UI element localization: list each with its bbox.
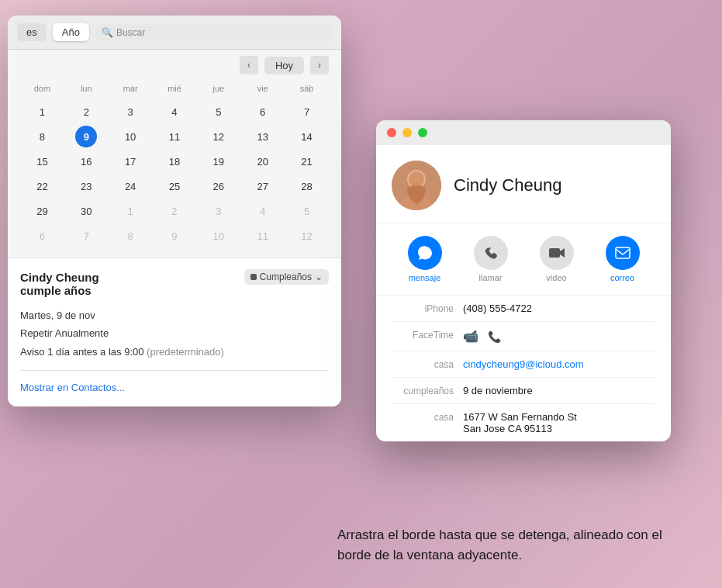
svg-rect-5 bbox=[616, 247, 630, 258]
day-20[interactable]: 20 bbox=[252, 150, 274, 172]
day-23[interactable]: 23 bbox=[75, 175, 97, 197]
day-headers: dom lun mar mié jue vie sáb bbox=[20, 81, 329, 96]
day-next-2[interactable]: 2 bbox=[164, 200, 185, 222]
address-label: casa bbox=[392, 411, 454, 423]
mail-icon bbox=[606, 236, 640, 270]
day-1[interactable]: 1 bbox=[31, 101, 53, 123]
day-8[interactable]: 8 bbox=[31, 126, 53, 147]
day-16[interactable]: 16 bbox=[75, 150, 97, 172]
calendar-titlebar: es Año 🔍 Buscar bbox=[8, 16, 341, 50]
iphone-value[interactable]: (408) 555-4722 bbox=[463, 303, 655, 314]
day-next-10[interactable]: 10 bbox=[208, 225, 230, 247]
address-row: casa 1677 W San Fernando St San Jose CA … bbox=[392, 404, 655, 441]
email-row: casa cindycheung9@icloud.com bbox=[392, 351, 655, 378]
day-3[interactable]: 3 bbox=[119, 101, 141, 123]
contact-titlebar bbox=[376, 120, 671, 145]
day-17[interactable]: 17 bbox=[119, 150, 141, 172]
iphone-label: iPhone bbox=[392, 303, 454, 314]
message-icon bbox=[408, 236, 442, 270]
day-7[interactable]: 7 bbox=[296, 101, 318, 123]
day-13[interactable]: 13 bbox=[252, 126, 274, 147]
show-contacts-link[interactable]: Mostrar en Contactos... bbox=[20, 382, 125, 393]
next-button[interactable]: › bbox=[310, 56, 329, 74]
call-button[interactable]: llamar bbox=[474, 236, 508, 282]
email-label: casa bbox=[392, 358, 454, 370]
mail-label: correo bbox=[610, 273, 634, 282]
day-21[interactable]: 21 bbox=[296, 150, 318, 172]
today-button[interactable]: Hoy bbox=[264, 57, 304, 74]
event-badge[interactable]: Cumpleaños ⌄ bbox=[244, 269, 329, 285]
video-label: video bbox=[546, 273, 566, 282]
svg-point-3 bbox=[409, 171, 424, 187]
day-next-12[interactable]: 12 bbox=[296, 225, 318, 247]
day-header-jue: jue bbox=[196, 81, 240, 96]
mail-button[interactable]: correo bbox=[606, 236, 640, 282]
event-repeat: Repetir Anualmente bbox=[20, 324, 329, 342]
search-placeholder: Buscar bbox=[116, 27, 145, 38]
day-next-8[interactable]: 8 bbox=[119, 225, 141, 247]
day-next-1[interactable]: 1 bbox=[119, 200, 141, 222]
facetime-video-icon[interactable]: 📹 bbox=[463, 330, 478, 343]
day-next-3[interactable]: 3 bbox=[208, 200, 230, 222]
day-19[interactable]: 19 bbox=[208, 150, 230, 172]
day-next-5[interactable]: 5 bbox=[296, 200, 318, 222]
day-28[interactable]: 28 bbox=[296, 175, 318, 197]
contact-header: Cindy Cheung bbox=[376, 145, 671, 223]
day-18[interactable]: 18 bbox=[164, 150, 185, 172]
calendar-tab-es[interactable]: es bbox=[17, 23, 47, 41]
message-label: mensaje bbox=[409, 273, 441, 282]
avatar bbox=[392, 161, 441, 210]
day-14[interactable]: 14 bbox=[296, 126, 318, 147]
day-10[interactable]: 10 bbox=[119, 126, 141, 147]
event-panel: Cindy Cheung cumple años Cumpleaños ⌄ Ma… bbox=[8, 258, 341, 406]
day-9-today[interactable]: 9 bbox=[75, 126, 97, 147]
day-25[interactable]: 25 bbox=[164, 175, 185, 197]
day-6[interactable]: 6 bbox=[252, 101, 274, 123]
day-header-mie: mié bbox=[153, 81, 197, 96]
birthday-label: cumpleaños bbox=[392, 385, 454, 396]
day-4[interactable]: 4 bbox=[164, 101, 185, 123]
day-29[interactable]: 29 bbox=[31, 200, 53, 222]
address-value: 1677 W San Fernando St San Jose CA 95113 bbox=[463, 411, 655, 434]
badge-dot bbox=[250, 274, 257, 280]
day-2[interactable]: 2 bbox=[75, 101, 97, 123]
day-next-6[interactable]: 6 bbox=[31, 225, 53, 247]
video-icon bbox=[540, 236, 574, 270]
day-22[interactable]: 22 bbox=[31, 175, 53, 197]
birthday-row: cumpleaños 9 de noviembre bbox=[392, 378, 655, 404]
day-12[interactable]: 12 bbox=[208, 126, 230, 147]
day-27[interactable]: 27 bbox=[252, 175, 274, 197]
day-next-11[interactable]: 11 bbox=[252, 225, 274, 247]
calendar-tab-year[interactable]: Año bbox=[53, 23, 89, 41]
calendar-window: es Año 🔍 Buscar ‹ Hoy › dom lun mar mié … bbox=[8, 16, 341, 406]
calendar-days: 1 2 3 4 5 6 7 8 9 10 11 12 13 14 15 16 1… bbox=[20, 99, 329, 248]
day-26[interactable]: 26 bbox=[208, 175, 230, 197]
day-next-7[interactable]: 7 bbox=[75, 225, 97, 247]
prev-button[interactable]: ‹ bbox=[240, 56, 258, 74]
contact-info: iPhone (408) 555-4722 FaceTime 📹 📞 casa … bbox=[376, 296, 671, 441]
calendar-grid: dom lun mar mié jue vie sáb 1 2 3 4 5 6 … bbox=[8, 81, 341, 258]
event-reminder: Aviso 1 día antes a las 9:00 (predetermi… bbox=[20, 343, 329, 361]
day-30[interactable]: 30 bbox=[75, 200, 97, 222]
event-details: Martes, 9 de nov Repetir Anualmente Avis… bbox=[20, 306, 329, 361]
day-next-9[interactable]: 9 bbox=[164, 225, 185, 247]
day-15[interactable]: 15 bbox=[31, 150, 53, 172]
day-5[interactable]: 5 bbox=[208, 101, 230, 123]
day-24[interactable]: 24 bbox=[119, 175, 141, 197]
svg-rect-4 bbox=[549, 248, 560, 258]
video-button[interactable]: video bbox=[540, 236, 574, 282]
facetime-icons[interactable]: 📹 📞 bbox=[463, 329, 655, 344]
annotation-text: Arrastra el borde hasta que se detenga, … bbox=[337, 525, 694, 565]
day-next-4[interactable]: 4 bbox=[252, 200, 274, 222]
contact-name: Cindy Cheung bbox=[454, 175, 561, 195]
email-value[interactable]: cindycheung9@icloud.com bbox=[463, 358, 655, 370]
badge-chevron-icon: ⌄ bbox=[315, 272, 323, 282]
search-box[interactable]: 🔍 Buscar bbox=[95, 24, 332, 41]
close-button[interactable] bbox=[387, 128, 396, 137]
maximize-button[interactable] bbox=[418, 128, 427, 137]
birthday-value: 9 de noviembre bbox=[463, 385, 655, 396]
facetime-phone-icon[interactable]: 📞 bbox=[488, 330, 501, 343]
minimize-button[interactable] bbox=[402, 128, 412, 137]
day-11[interactable]: 11 bbox=[164, 126, 185, 147]
message-button[interactable]: mensaje bbox=[408, 236, 442, 282]
